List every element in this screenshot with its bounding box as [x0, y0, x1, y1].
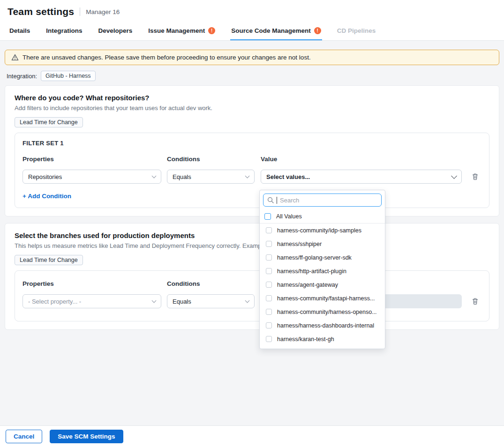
- option-item[interactable]: harness-community/idp-samples: [260, 224, 385, 237]
- option-item[interactable]: harness/agent-gateway: [260, 278, 385, 291]
- option-checkbox[interactable]: [266, 322, 272, 328]
- search-placeholder: Search: [280, 197, 299, 204]
- chevron-down-icon: [451, 173, 457, 179]
- search-icon: [267, 197, 274, 203]
- warning-badge-icon: !: [314, 27, 321, 34]
- option-item-clipped[interactable]: harness/fastest-android-sdk: [260, 346, 385, 349]
- add-condition-link[interactable]: + Add Condition: [23, 193, 71, 200]
- option-item[interactable]: harness-community/harness-openso...: [260, 305, 385, 319]
- tab-cd-pipelines[interactable]: CD Pipelines: [336, 22, 377, 40]
- tab-details[interactable]: Details: [8, 22, 31, 40]
- filter-set-1-box: FILTER SET 1 Properties Conditions Value…: [15, 133, 489, 208]
- tab-developers-label: Developers: [98, 27, 133, 34]
- chevron-down-icon: [245, 173, 250, 178]
- tabbar: Details Integrations Developers Issue Ma…: [0, 22, 504, 41]
- option-checkbox[interactable]: [266, 336, 272, 342]
- warning-badge-icon: !: [208, 27, 215, 34]
- section-title: Where do you code? What repositories?: [15, 94, 489, 102]
- option-all-values[interactable]: All Values: [260, 209, 385, 224]
- option-item[interactable]: harness-community/fastapi-harness...: [260, 291, 385, 305]
- checkbox-all-values[interactable]: [264, 213, 271, 220]
- conditions-column-label: Conditions: [167, 280, 255, 287]
- value-column-label: Value: [261, 156, 462, 163]
- filter-set-name: FILTER SET 1: [23, 140, 481, 147]
- option-checkbox[interactable]: [266, 227, 272, 233]
- condition-select[interactable]: Equals: [167, 170, 255, 184]
- property-select-value: Repositories: [28, 173, 62, 180]
- condition-select[interactable]: Equals: [167, 294, 255, 308]
- property-select[interactable]: Repositories: [23, 170, 161, 184]
- warning-triangle-icon: [11, 54, 19, 61]
- title-row: Team settings Manager 16: [8, 6, 496, 17]
- option-checkbox[interactable]: [266, 254, 272, 261]
- option-checkbox[interactable]: [266, 309, 272, 315]
- tab-issue-management[interactable]: Issue Management !: [147, 22, 216, 40]
- metric-chip-lead-time: Lead Time for Change: [15, 117, 83, 127]
- tab-integrations[interactable]: Integrations: [45, 22, 83, 40]
- delete-filter-button[interactable]: [472, 298, 479, 305]
- property-select-placeholder: - Select property... -: [28, 298, 81, 305]
- chevron-down-icon: [152, 173, 157, 178]
- option-checkbox[interactable]: [266, 282, 272, 288]
- filter-column-headers: Properties Conditions: [23, 280, 481, 287]
- conditions-column-label: Conditions: [167, 156, 255, 163]
- option-label: harness/agent-gateway: [277, 282, 338, 288]
- value-select-placeholder: Select values...: [266, 173, 310, 180]
- banner-text: There are unsaved changes. Please save t…: [23, 54, 311, 61]
- option-label: All Values: [276, 213, 302, 220]
- tab-integrations-label: Integrations: [46, 27, 82, 34]
- page-title: Team settings: [8, 6, 74, 17]
- filter-row: Repositories Equals Select values...: [23, 170, 481, 184]
- option-item[interactable]: harness/ff-golang-server-sdk: [260, 251, 385, 264]
- option-item[interactable]: harness/karan-test-gh: [260, 332, 385, 346]
- dropdown-options-list: harness-community/idp-samples harness/ss…: [260, 224, 385, 349]
- option-item[interactable]: harness/harness-dashboards-internal: [260, 319, 385, 332]
- option-label: harness/harness-dashboards-internal: [277, 322, 374, 329]
- dropdown-search-wrap: Search: [260, 190, 385, 209]
- metric-chip-lead-time: Lead Time for Change: [15, 255, 83, 265]
- section-subtitle: This helps us measure metrics like Lead …: [15, 242, 489, 249]
- search-input[interactable]: Search: [263, 194, 382, 207]
- option-label: harness/karan-test-gh: [277, 336, 334, 343]
- option-label: harness-community/fastapi-harness...: [277, 295, 375, 302]
- option-checkbox[interactable]: [266, 241, 272, 247]
- tab-source-code-management[interactable]: Source Code Management !: [230, 22, 322, 40]
- option-item[interactable]: harness/http-artifact-plugin: [260, 264, 385, 278]
- branches-filter-box: Properties Conditions - Select property.…: [15, 270, 489, 321]
- trash-icon: [472, 298, 479, 305]
- tab-developers[interactable]: Developers: [98, 22, 134, 40]
- section-subtitle: Add filters to include repositories that…: [15, 104, 489, 112]
- chevron-down-icon: [152, 298, 157, 303]
- option-item[interactable]: harness/sshpiper: [260, 237, 385, 251]
- save-scm-settings-button[interactable]: Save SCM Settings: [50, 430, 123, 443]
- app-header: Team settings Manager 16: [0, 0, 504, 22]
- cancel-button[interactable]: Cancel: [6, 430, 42, 443]
- tab-details-label: Details: [9, 27, 30, 34]
- repositories-section-card: Where do you code? What repositories? Ad…: [5, 85, 499, 216]
- text-cursor: [277, 197, 277, 204]
- title-separator: [80, 7, 80, 16]
- footer-action-bar: Cancel Save SCM Settings: [0, 425, 504, 447]
- value-dropdown-panel: Search All Values harness-community/idp-…: [259, 190, 385, 349]
- option-label: harness-community/harness-openso...: [277, 309, 377, 315]
- option-label: harness/http-artifact-plugin: [277, 268, 346, 275]
- value-multiselect[interactable]: Select values...: [261, 170, 462, 184]
- option-label: harness/sshpiper: [277, 241, 322, 247]
- integration-chip[interactable]: GitHub - Harness: [41, 71, 96, 81]
- integration-label: Integration:: [7, 73, 37, 80]
- filter-column-headers: Properties Conditions Value: [23, 156, 481, 163]
- branches-section-card: Select the branches used for production …: [5, 223, 499, 330]
- option-checkbox[interactable]: [266, 295, 272, 301]
- option-checkbox[interactable]: [266, 268, 272, 274]
- tab-issue-management-label: Issue Management: [148, 27, 205, 34]
- tab-source-code-management-label: Source Code Management: [231, 27, 311, 34]
- properties-column-label: Properties: [23, 280, 161, 287]
- filter-row: - Select property... - Equals: [23, 294, 481, 308]
- tab-cd-pipelines-label: CD Pipelines: [337, 27, 376, 34]
- delete-filter-button[interactable]: [472, 173, 479, 180]
- chevron-down-icon: [245, 298, 250, 303]
- property-select[interactable]: - Select property... -: [23, 294, 161, 308]
- properties-column-label: Properties: [23, 156, 161, 163]
- content-area: There are unsaved changes. Please save t…: [0, 50, 504, 330]
- option-label: harness-community/idp-samples: [277, 227, 361, 234]
